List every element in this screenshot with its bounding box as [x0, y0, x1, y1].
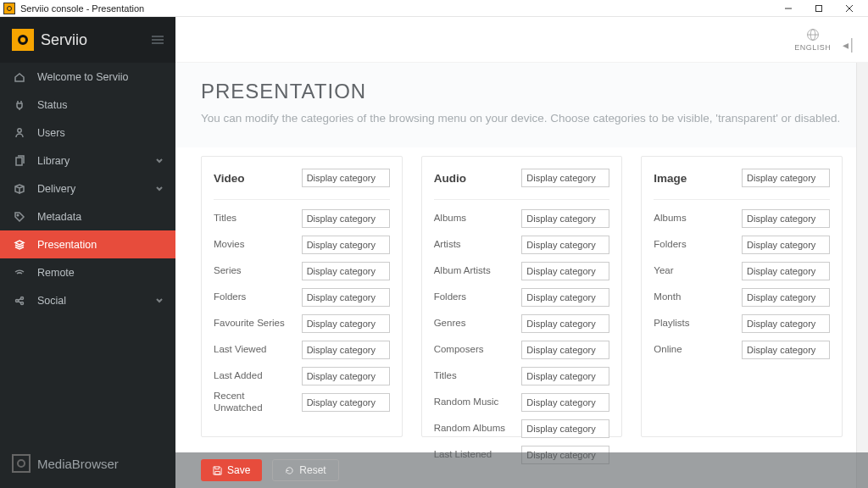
panel-title: Audio [434, 172, 466, 185]
category-row: Random AlbumsDisplay category [434, 415, 610, 441]
category-label: Album Artists [434, 265, 491, 277]
sidebar-item-presentation[interactable]: Presentation [0, 230, 175, 258]
language-selector[interactable]: ENGLISH [794, 28, 831, 52]
category-label: Movies [214, 239, 244, 251]
globe-icon [806, 28, 820, 42]
plug-icon [12, 99, 27, 111]
category-select[interactable]: Display category [742, 262, 830, 280]
category-row: YearDisplay category [654, 258, 830, 284]
category-select[interactable]: Display category [521, 288, 609, 307]
save-button[interactable]: Save [201, 459, 262, 481]
category-label: Random Music [434, 396, 499, 408]
category-select[interactable]: Display category [521, 209, 609, 228]
window-minimize-button[interactable] [773, 0, 804, 17]
category-select[interactable]: Display category [302, 341, 390, 359]
category-select[interactable]: Display category [521, 341, 609, 359]
panel-header-select[interactable]: Display category [742, 169, 830, 187]
category-select[interactable]: Display category [521, 314, 609, 333]
sidebar-item-label: Status [37, 99, 67, 111]
sidebar-item-label: Metadata [37, 211, 81, 223]
category-row: FoldersDisplay category [654, 231, 830, 258]
category-select[interactable]: Display category [302, 236, 390, 254]
sidebar-item-library[interactable]: Library [0, 147, 175, 175]
svg-rect-5 [16, 158, 22, 165]
save-label: Save [227, 464, 250, 476]
panel-title: Image [654, 172, 687, 185]
category-label: Genres [434, 318, 466, 330]
scrollbar-vertical[interactable] [856, 63, 868, 488]
category-row: AlbumsDisplay category [434, 205, 610, 231]
category-select[interactable]: Display category [302, 288, 390, 307]
media-browser-label: MediaBrowser [37, 457, 119, 471]
category-label: Albums [434, 213, 466, 225]
category-select[interactable]: Display category [521, 367, 609, 385]
sidebar-item-metadata[interactable]: Metadata [0, 202, 175, 230]
category-label: Online [654, 344, 682, 356]
media-browser-link[interactable]: MediaBrowser [0, 439, 175, 488]
category-select[interactable]: Display category [521, 236, 609, 254]
category-row: Last ViewedDisplay category [214, 336, 390, 363]
category-label: Random Albums [434, 423, 505, 435]
sidebar-item-status[interactable]: Status [0, 91, 175, 119]
window-title: Serviio console - Presentation [20, 3, 773, 14]
chevron-down-icon [155, 183, 164, 195]
category-select[interactable]: Display category [302, 209, 390, 228]
category-row: ComposersDisplay category [434, 336, 610, 363]
category-select[interactable]: Display category [742, 209, 830, 228]
nav-list: Welcome to ServiioStatusUsersLibraryDeli… [0, 63, 175, 439]
category-row: Random MusicDisplay category [434, 389, 610, 415]
page-header: PRESENTATION You can modify the categori… [175, 63, 868, 147]
brand-bar: Serviio [0, 17, 175, 63]
sidebar-item-label: Delivery [37, 183, 75, 195]
sidebar-item-label: Social [37, 295, 66, 307]
sidebar-item-welcome[interactable]: Welcome to Serviio [0, 63, 175, 91]
chevron-down-icon [155, 155, 164, 167]
menu-toggle-icon[interactable] [152, 34, 164, 46]
save-icon [213, 466, 222, 475]
category-select[interactable]: Display category [302, 262, 390, 280]
collapse-icon[interactable]: ◂│ [843, 38, 856, 52]
category-label: Titles [214, 213, 236, 225]
reset-button[interactable]: Reset [272, 459, 338, 481]
category-select[interactable]: Display category [742, 236, 830, 254]
panel-image: ImageDisplay categoryAlbumsDisplay categ… [641, 156, 843, 437]
panel-audio: AudioDisplay categoryAlbumsDisplay categ… [421, 156, 623, 437]
category-select[interactable]: Display category [302, 393, 390, 412]
category-label: Recent Unwatched [214, 391, 290, 414]
category-label: Titles [434, 370, 457, 382]
sidebar-item-users[interactable]: Users [0, 119, 175, 147]
sidebar-item-label: Users [37, 127, 65, 139]
sidebar-item-social[interactable]: Social [0, 286, 175, 314]
category-label: Artists [434, 239, 461, 251]
category-label: Composers [434, 344, 484, 356]
category-select[interactable]: Display category [742, 314, 830, 333]
category-select[interactable]: Display category [742, 341, 830, 359]
category-select[interactable]: Display category [302, 314, 390, 333]
category-select[interactable]: Display category [302, 367, 390, 385]
category-select[interactable]: Display category [521, 262, 609, 280]
window-titlebar: Serviio console - Presentation [0, 0, 868, 17]
content-area: ENGLISH ◂│ PRESENTATION You can modify t… [175, 17, 868, 488]
window-close-button[interactable] [834, 0, 865, 17]
window-maximize-button[interactable] [804, 0, 834, 17]
category-select[interactable]: Display category [521, 419, 609, 438]
user-icon [12, 127, 27, 139]
files-icon [12, 155, 27, 167]
category-label: Folders [214, 291, 246, 303]
panels-container: VideoDisplay categoryTitlesDisplay categ… [175, 147, 868, 488]
category-select[interactable]: Display category [521, 393, 609, 412]
category-row: FoldersDisplay category [434, 284, 610, 310]
panel-header-select[interactable]: Display category [521, 169, 609, 187]
sidebar-item-remote[interactable]: Remote [0, 258, 175, 286]
layers-icon [12, 239, 27, 251]
svg-point-4 [18, 128, 21, 131]
sidebar-item-delivery[interactable]: Delivery [0, 175, 175, 202]
category-label: Favourite Series [214, 318, 285, 330]
panel-header-select[interactable]: Display category [302, 169, 390, 187]
reset-label: Reset [299, 464, 326, 476]
chevron-down-icon [155, 295, 164, 307]
topbar: ENGLISH ◂│ [175, 17, 868, 63]
category-row: Favourite SeriesDisplay category [214, 310, 390, 336]
reset-icon [285, 466, 294, 475]
category-select[interactable]: Display category [742, 288, 830, 307]
